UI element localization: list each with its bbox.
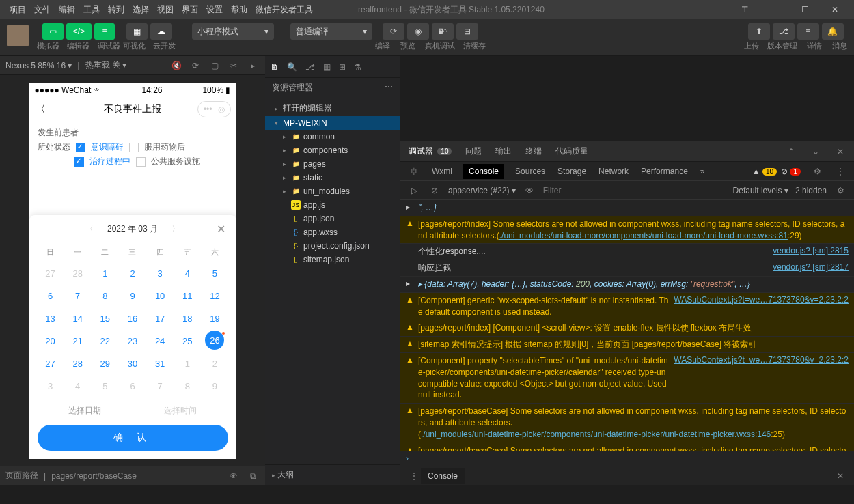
menu-goto[interactable]: 转到 [104, 4, 128, 16]
cal-day[interactable]: 11 [174, 285, 200, 307]
pin-icon[interactable]: ⊤ [731, 1, 758, 18]
cal-day-prev[interactable]: 28 [65, 263, 91, 284]
cal-day[interactable]: 20 [38, 331, 64, 352]
cal-day[interactable]: 8 [92, 285, 118, 307]
page-path[interactable]: pages/report/baseCase [51, 471, 221, 481]
checkbox[interactable] [74, 157, 84, 167]
opened-editors-section[interactable]: ▸打开的编辑器 [265, 100, 400, 116]
cal-day[interactable]: 23 [120, 331, 146, 352]
tab-problems[interactable]: 问题 [464, 145, 483, 157]
cal-day[interactable]: 13 [38, 308, 64, 329]
cal-day[interactable]: 19 [202, 308, 228, 329]
levels-select[interactable]: Default levels ▾ [733, 186, 788, 195]
cal-day[interactable]: 31 [147, 353, 173, 374]
chevron-up-icon[interactable]: ⌃ [784, 145, 798, 158]
cloud-button[interactable]: ☁ [150, 23, 172, 40]
menu-project[interactable]: 项目 [5, 4, 30, 16]
cal-day[interactable]: 18 [174, 308, 200, 329]
cal-day[interactable]: 26 [205, 331, 224, 350]
device-select[interactable]: Nexus 5 85% 16 ▾ [5, 61, 72, 70]
version-button[interactable]: ⎇ [773, 23, 795, 40]
tab-sources[interactable]: Sources [514, 164, 547, 179]
cal-day[interactable]: 1 [92, 263, 118, 284]
file-sitemap[interactable]: {}sitemap.json [265, 253, 400, 266]
cal-day-next[interactable]: 6 [120, 376, 146, 397]
capsule-menu[interactable]: •••◎ [197, 101, 231, 117]
visual-button[interactable]: ▦ [126, 23, 148, 40]
sound-icon[interactable]: 🔇 [169, 59, 183, 72]
file-app-js[interactable]: JSapp.js [265, 198, 400, 212]
kebab-icon[interactable]: ⋮ [834, 165, 847, 178]
maximize-icon[interactable]: ☐ [791, 1, 818, 18]
tab-terminal[interactable]: 终端 [524, 145, 543, 157]
cal-day-next[interactable]: 1 [174, 353, 200, 374]
eye-icon[interactable]: 👁 [227, 469, 240, 483]
cal-day[interactable]: 22 [92, 331, 118, 352]
log-source-link[interactable]: WASubContext.js?t=we…71373780&v=2.23.2:2 [674, 355, 849, 365]
gear-icon[interactable]: ⚙ [810, 165, 824, 178]
cal-day[interactable]: 21 [65, 331, 91, 352]
menu-help[interactable]: 帮助 [227, 4, 251, 16]
drawer-close-icon[interactable]: ✕ [834, 469, 847, 483]
hidden-count[interactable]: 2 hidden [795, 186, 827, 195]
search-tab-icon[interactable]: 🔍 [287, 62, 297, 72]
debugger-button[interactable]: ≡ [94, 23, 115, 40]
more-icon[interactable]: ▸ [246, 59, 260, 72]
log-source-link[interactable]: WASubContext.js?t=we…71373780&v=2.23.2:2 [674, 295, 849, 305]
cal-day[interactable]: 15 [92, 308, 118, 329]
folder-common[interactable]: ▸📁common [265, 130, 400, 143]
tab-wxml[interactable]: Wxml [430, 164, 454, 179]
cal-day-next[interactable]: 5 [92, 376, 118, 397]
select-time-tab[interactable]: 选择时间 [164, 405, 197, 417]
file-app-json[interactable]: {}app.json [265, 212, 400, 225]
upload-button[interactable]: ⬆ [748, 23, 770, 40]
filter-input[interactable] [543, 186, 726, 195]
folder-uni-modules[interactable]: ▸📁uni_modules [265, 184, 400, 198]
compile-button[interactable]: ⟳ [383, 23, 404, 40]
cal-day[interactable]: 27 [38, 353, 64, 374]
cal-day[interactable]: 3 [147, 263, 173, 284]
cal-day-prev[interactable]: 27 [38, 263, 64, 284]
menu-wxdevtools[interactable]: 微信开发者工具 [251, 4, 317, 16]
menu-file[interactable]: 文件 [30, 4, 55, 16]
clear-icon[interactable]: ⊘ [428, 184, 441, 197]
cut-icon[interactable]: ✂ [227, 59, 240, 72]
git-tab-icon[interactable]: ⎇ [305, 62, 315, 72]
cal-day[interactable]: 2 [120, 263, 146, 284]
tab-storage[interactable]: Storage [556, 164, 588, 179]
tab-more[interactable]: » [699, 164, 706, 179]
menu-ui[interactable]: 界面 [178, 4, 202, 16]
messages-button[interactable]: 🔔 [822, 23, 844, 40]
context-select[interactable]: appservice (#22) ▾ [448, 186, 516, 195]
cal-day[interactable]: 7 [65, 285, 91, 307]
checkbox[interactable] [136, 157, 146, 167]
menu-tools[interactable]: 工具 [79, 4, 104, 16]
menu-edit[interactable]: 编辑 [55, 4, 79, 16]
error-badge[interactable]: ⊘ 1 [781, 167, 801, 176]
log-link[interactable]: ./uni_modules/uni-load-more/components/u… [499, 231, 788, 240]
project-section[interactable]: ▾MP-WEIXIN [265, 116, 400, 130]
warn-badge[interactable]: ▲ 10 [752, 167, 777, 176]
prev-month-icon[interactable]: 〈 [85, 223, 94, 235]
explorer-more-icon[interactable]: ⋯ [385, 82, 393, 94]
cal-day[interactable]: 4 [174, 263, 200, 284]
cal-day[interactable]: 12 [202, 285, 228, 307]
folder-static[interactable]: ▸📁static [265, 171, 400, 184]
editor-button[interactable]: </> [66, 23, 92, 40]
compile-select[interactable]: 普通编译▾ [290, 23, 372, 40]
cal-day[interactable]: 10 [147, 285, 173, 307]
checkbox[interactable] [76, 143, 85, 152]
chevron-down-icon[interactable]: ⌄ [809, 145, 823, 158]
cal-day[interactable]: 6 [38, 285, 64, 307]
cal-day-next[interactable]: 9 [202, 376, 228, 397]
console-prompt[interactable]: › [400, 451, 854, 466]
outline-section[interactable]: ▸大纲 [265, 464, 400, 485]
checkbox[interactable] [129, 143, 139, 152]
cal-day[interactable]: 25 [174, 331, 200, 352]
inspect-icon[interactable]: ⯐ [407, 165, 421, 178]
cal-day[interactable]: 24 [147, 331, 173, 352]
cal-day[interactable]: 29 [92, 353, 118, 374]
tab-output[interactable]: 输出 [494, 145, 513, 157]
select-date-tab[interactable]: 选择日期 [68, 405, 101, 417]
mode-select[interactable]: 小程序模式▾ [192, 23, 274, 40]
